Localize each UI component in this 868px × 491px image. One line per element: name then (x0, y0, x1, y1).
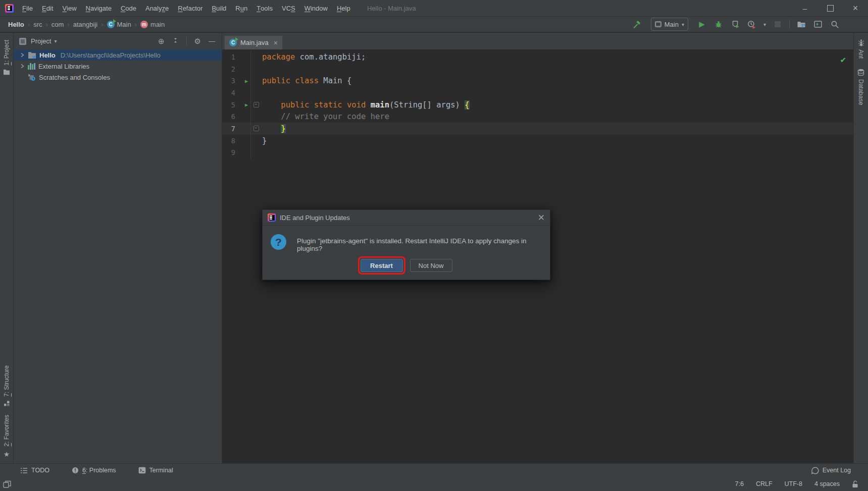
breadcrumb-main[interactable]: CMain (107, 21, 131, 28)
menu-help[interactable]: Help (332, 0, 355, 16)
intellij-window: FileEditViewNavigateCodeAnalyzeRefactorB… (0, 0, 868, 491)
close-button[interactable]: × (843, 0, 868, 16)
run-line-icon[interactable]: ▶ (242, 78, 250, 84)
database-icon (857, 69, 864, 76)
menu-window[interactable]: Window (300, 0, 332, 16)
not-now-button[interactable]: Not Now (410, 259, 452, 272)
chevron-right-icon[interactable] (20, 64, 25, 69)
collapse-all-icon[interactable] (172, 37, 179, 45)
dialog-close-icon[interactable]: ✕ (538, 212, 545, 223)
gear-icon[interactable]: ⚙ (194, 37, 201, 46)
star-icon: ★ (4, 450, 10, 458)
file-encoding[interactable]: UTF-8 (785, 480, 802, 487)
tree-item-hello[interactable]: HelloD:\Users\tangcl\IdeaProjects\Hello (14, 49, 222, 61)
breadcrumb-separator: › (135, 21, 137, 28)
event-log-label: Event Log (823, 467, 851, 474)
code-line-6[interactable]: 6 // write your code here (222, 111, 853, 123)
locate-file-icon[interactable]: ⊕ (158, 37, 165, 46)
app-window-icon (655, 21, 661, 27)
class-icon: C (107, 21, 115, 28)
code-line-1[interactable]: 1package com.atangbiji; (222, 51, 853, 63)
line-number: 8 (222, 137, 242, 145)
code-line-5[interactable]: 5▶− public static void main(String[] arg… (222, 99, 853, 111)
code-line-9[interactable]: 9 (222, 147, 853, 159)
breadcrumb-com[interactable]: com (52, 21, 64, 28)
question-icon: ? (271, 234, 286, 250)
toolwindow-button-todo[interactable]: TODO (20, 467, 49, 474)
code-line-7[interactable]: 7− } (222, 123, 853, 135)
run-configuration-name: Main (665, 21, 679, 28)
toolwindow-button-terminal[interactable]: Terminal (138, 467, 173, 474)
profiler-button[interactable] (747, 19, 757, 29)
structure-icon (4, 400, 10, 407)
code-line-4[interactable]: 4 (222, 87, 853, 99)
menu-analyze[interactable]: Analyze (141, 0, 173, 16)
menu-code[interactable]: Code (116, 0, 141, 16)
breadcrumb-main[interactable]: mmain (140, 21, 165, 28)
toolwindow-tab-ant[interactable]: Ant (857, 33, 865, 63)
toolwindows-folder-icon[interactable] (796, 19, 806, 29)
run-with-coverage-button[interactable] (730, 19, 740, 29)
inspections-ok-icon[interactable]: ✔ (840, 56, 846, 65)
toolwindow-tab-2-favorites[interactable]: 2: Favorites★ (3, 415, 10, 458)
breadcrumb-src[interactable]: src (33, 21, 42, 28)
bottom-toolwindow-bar: TODO6: ProblemsTerminal Event Log (0, 463, 868, 477)
hide-panel-icon[interactable]: — (209, 37, 215, 45)
line-separator[interactable]: CRLF (756, 480, 773, 487)
minimize-button[interactable]: – (792, 0, 818, 16)
tab-title: Main.java (240, 39, 269, 46)
search-everywhere-icon[interactable] (830, 19, 840, 29)
stop-button (773, 19, 783, 29)
fold-marker-icon[interactable]: − (253, 126, 259, 131)
code-line-3[interactable]: 3▶public class Main { (222, 75, 853, 87)
title-bar: FileEditViewNavigateCodeAnalyzeRefactorB… (0, 0, 868, 17)
run-line-icon[interactable]: ▶ (242, 102, 250, 107)
code-line-8[interactable]: 8} (222, 135, 853, 147)
menu-build[interactable]: Build (207, 0, 231, 16)
run-button[interactable]: ▶ (697, 19, 707, 29)
toolwindow-button-6-problems[interactable]: 6: Problems (72, 467, 116, 474)
run-configuration-select[interactable]: Main ▾ (651, 18, 688, 31)
lock-icon[interactable] (852, 480, 858, 488)
breadcrumb-atangbiji[interactable]: atangbiji (73, 21, 97, 28)
maximize-button[interactable] (818, 0, 843, 16)
indent-setting[interactable]: 4 spaces (814, 480, 840, 487)
debug-button[interactable] (713, 19, 724, 29)
menu-view[interactable]: View (58, 0, 81, 16)
menu-run[interactable]: Run (231, 0, 252, 16)
run-anything-icon[interactable] (813, 19, 823, 29)
line-number: 6 (222, 113, 242, 121)
code-line-2[interactable]: 2 (222, 63, 853, 75)
menu-file[interactable]: File (18, 0, 37, 16)
menu-navigate[interactable]: Navigate (81, 0, 116, 16)
toolwindow-switcher-icon[interactable] (3, 480, 11, 488)
build-hammer-icon[interactable] (632, 19, 642, 29)
menu-refactor[interactable]: Refactor (173, 0, 207, 16)
menu-tools[interactable]: Tools (252, 0, 277, 16)
profiler-dropdown-icon[interactable]: ▾ (763, 22, 766, 27)
toolbar-separator (789, 20, 790, 29)
caret-position[interactable]: 7:6 (735, 480, 744, 487)
event-log-button[interactable]: Event Log (811, 467, 851, 474)
chevron-right-icon[interactable] (20, 52, 25, 58)
tree-item-external-libraries[interactable]: External Libraries (14, 61, 222, 72)
breadcrumb-separator: › (67, 21, 69, 28)
tab-main-java[interactable]: C Main.java × (225, 36, 282, 49)
project-panel-title[interactable]: Project (31, 37, 51, 45)
tab-close-icon[interactable]: × (274, 39, 278, 47)
project-panel-header: Project ▾ ⊕ ⚙ — (14, 33, 222, 49)
fold-marker-icon[interactable]: − (253, 102, 259, 107)
line-number: 3 (222, 77, 242, 85)
toolwindow-tab-1-project[interactable]: 1: Project (3, 35, 10, 80)
event-log-icon (811, 467, 819, 474)
restart-button[interactable]: Restart (361, 259, 403, 272)
tree-item-scratches-and-consoles[interactable]: Scratches and Consoles (14, 72, 222, 83)
chevron-down-icon: ▾ (682, 22, 684, 27)
toolwindow-tab-database[interactable]: Database (857, 63, 864, 109)
chevron-down-icon[interactable]: ▾ (54, 38, 57, 44)
menu-vcs[interactable]: VCS (277, 0, 300, 16)
menu-edit[interactable]: Edit (37, 0, 58, 16)
line-number: 2 (222, 65, 242, 73)
toolwindow-tab-7-structure[interactable]: 7: Structure (3, 365, 10, 407)
breadcrumb-hello[interactable]: Hello (8, 21, 24, 28)
